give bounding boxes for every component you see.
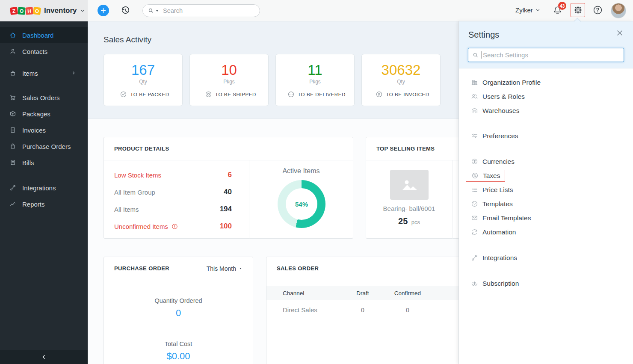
- gear-icon: [574, 6, 583, 15]
- card-value: 167: [104, 62, 182, 78]
- sidebar-item-contacts[interactable]: Contacts: [0, 43, 88, 59]
- period-dropdown[interactable]: This Month: [207, 265, 243, 272]
- search-icon: [473, 52, 479, 58]
- card-status-label: TO BE SHIPPED: [215, 92, 256, 97]
- column-header: Confirmed: [380, 290, 435, 296]
- quantity-ordered-value: 0: [104, 308, 253, 319]
- settings-item-label: Currencies: [482, 158, 515, 166]
- org-switcher[interactable]: Zylker: [515, 6, 543, 14]
- check-circle-icon: [120, 91, 127, 98]
- card-to-be-packed[interactable]: 167 Qty TO BE PACKED: [104, 54, 183, 106]
- item-image-placeholder: [390, 170, 429, 200]
- product-name: Inventory: [44, 6, 77, 15]
- card-to-be-delivered[interactable]: 11 Pkgs TO BE DELIVERED: [275, 54, 355, 106]
- row-value: 40: [224, 188, 232, 196]
- row-value: 194: [220, 205, 232, 213]
- settings-item-label: Warehouses: [482, 107, 519, 115]
- photo-icon: [400, 178, 419, 192]
- settings-item-organization-profile[interactable]: Organization Profile: [459, 75, 633, 89]
- sidebar-item-items[interactable]: Items: [0, 65, 88, 81]
- card-unit: Qty: [104, 79, 182, 85]
- sidebar-collapse-button[interactable]: [0, 350, 88, 364]
- settings-button[interactable]: [571, 3, 585, 17]
- sidebar-item-sales-orders[interactable]: Sales Orders: [0, 89, 88, 106]
- panel-title: TOP SELLING ITEMS: [376, 145, 435, 152]
- home-icon: [9, 32, 16, 38]
- settings-item-label: Email Templates: [482, 214, 531, 222]
- chevron-left-icon: [40, 353, 47, 361]
- card-to-be-shipped[interactable]: 10 Pkgs TO BE SHIPPED: [189, 54, 269, 106]
- help-button[interactable]: [593, 5, 603, 15]
- sidebar-item-integrations[interactable]: Integrations: [0, 180, 88, 196]
- sales-activity-title: Sales Activity: [104, 35, 151, 44]
- chart-line-icon: [9, 201, 16, 207]
- quick-create-button[interactable]: [98, 5, 109, 16]
- card-to-be-invoiced[interactable]: 30632 Qty TO BE INVOICED: [361, 54, 441, 106]
- donut-percent-label: 54%: [278, 180, 325, 228]
- sidebar-item-reports[interactable]: Reports: [0, 196, 88, 212]
- active-items-title: Active Items: [249, 167, 353, 175]
- envelope-icon: [471, 214, 478, 222]
- global-search[interactable]: Search: [142, 4, 260, 17]
- low-stock-items-row[interactable]: Low Stock Items 6: [114, 166, 232, 183]
- card-unit: Qty: [362, 79, 440, 85]
- sidebar-item-invoices[interactable]: Invoices: [0, 122, 88, 138]
- sidebar: Dashboard Contacts Items: [0, 21, 88, 364]
- ship-circle-icon: [205, 91, 212, 98]
- channel-cell: Direct Sales: [266, 306, 346, 314]
- settings-item-taxes[interactable]: Taxes: [459, 169, 633, 183]
- close-button[interactable]: [616, 29, 625, 38]
- sidebar-item-bills[interactable]: Bills: [0, 154, 88, 171]
- sidebar-item-dashboard[interactable]: Dashboard: [0, 27, 88, 43]
- settings-item-price-lists[interactable]: Price Lists: [459, 183, 633, 197]
- settings-item-automation[interactable]: Automation: [459, 225, 633, 239]
- all-item-group-row[interactable]: All Item Group 40: [114, 183, 232, 201]
- search-scope-caret-icon[interactable]: [155, 9, 159, 13]
- settings-search[interactable]: [468, 48, 624, 62]
- recent-history-button[interactable]: [120, 6, 130, 16]
- settings-item-templates[interactable]: Templates: [459, 197, 633, 211]
- app-logo[interactable]: Z O H O Inventory: [0, 0, 88, 21]
- percent-circle-icon: [471, 172, 479, 179]
- settings-item-label: Users & Roles: [482, 93, 525, 101]
- list-icon: [471, 186, 478, 193]
- settings-item-currencies[interactable]: Currencies: [459, 154, 633, 169]
- logo-tile: O: [33, 7, 41, 15]
- settings-panel: Settings Organization Profile: [458, 21, 633, 364]
- sidebar-item-label: Contacts: [22, 48, 47, 55]
- settings-item-preferences[interactable]: Preferences: [459, 129, 633, 143]
- settings-item-email-templates[interactable]: Email Templates: [459, 211, 633, 225]
- logo-tile: Z: [10, 7, 18, 15]
- close-icon: [616, 29, 624, 37]
- all-items-row[interactable]: All Items 194: [114, 201, 232, 218]
- period-value: This Month: [207, 265, 236, 272]
- sidebar-item-label: Packages: [22, 110, 50, 118]
- settings-title: Settings: [468, 30, 499, 40]
- settings-item-users-roles[interactable]: Users & Roles: [459, 89, 633, 104]
- settings-item-label: Subscription: [482, 280, 519, 287]
- zoho-logo-icon: Z O H O: [10, 7, 41, 15]
- settings-item-subscription[interactable]: Subscription: [459, 276, 633, 290]
- user-avatar[interactable]: [611, 3, 626, 18]
- shopping-bag-icon: [9, 143, 16, 150]
- sidebar-item-packages[interactable]: Packages: [0, 106, 88, 122]
- settings-item-warehouses[interactable]: Warehouses: [459, 104, 633, 118]
- plus-icon: [100, 7, 106, 14]
- panel-title: SALES ORDER: [277, 265, 319, 272]
- sidebar-item-purchase-orders[interactable]: Purchase Orders: [0, 138, 88, 154]
- taxes-highlight-box: Taxes: [466, 170, 505, 182]
- row-label: Low Stock Items: [114, 172, 161, 179]
- settings-item-label: Taxes: [483, 172, 500, 180]
- card-unit: Pkgs: [276, 79, 354, 85]
- unconfirmed-items-row[interactable]: Unconfirmed Items 100: [114, 218, 232, 235]
- top-selling-item[interactable]: Bearing- ball/6001 25 pcs: [366, 160, 453, 239]
- card-value: 11: [276, 62, 354, 78]
- notification-count-badge: 43: [558, 2, 566, 10]
- sales-order-table-header: Channel Draft Confirmed: [266, 286, 488, 300]
- refresh-icon: [471, 228, 478, 236]
- panel-title: PURCHASE ORDER: [114, 265, 169, 272]
- settings-item-integrations[interactable]: Integrations: [459, 251, 633, 265]
- sidebar-item-label: Invoices: [22, 127, 46, 134]
- settings-search-input[interactable]: [483, 51, 619, 59]
- table-row[interactable]: Direct Sales 0 0: [266, 300, 488, 320]
